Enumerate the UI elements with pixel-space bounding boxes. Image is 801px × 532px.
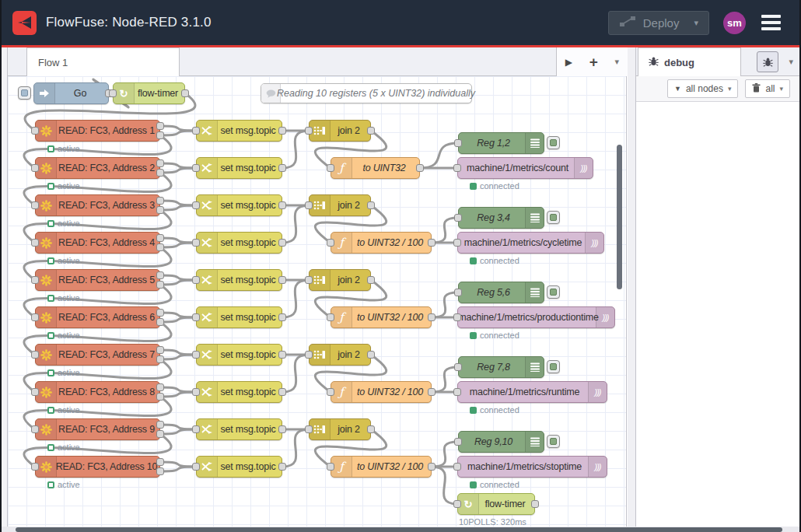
flow-node-timer1[interactable]: ↻flow-timer [113,82,185,104]
flow-node-join3[interactable]: join 2 [309,269,371,291]
wire[interactable] [160,205,196,210]
input-port[interactable] [31,463,39,471]
flow-node-comment[interactable]: Reading 10 registers (5 x UINT32) indivi… [261,83,472,103]
input-port[interactable] [454,438,462,446]
output-port[interactable] [181,89,189,97]
flow-node-read1[interactable]: READ: FC3, Address 1 [35,120,160,142]
flow-node-set8[interactable]: set msg.topic [196,381,282,403]
flow-node-join1[interactable]: join 2 [309,120,371,142]
flow-node-set6[interactable]: set msg.topic [196,306,282,328]
wire[interactable] [282,131,309,168]
input-port[interactable] [31,276,39,284]
input-port[interactable] [453,164,461,172]
input-port[interactable] [31,239,39,247]
output-port[interactable] [416,164,424,172]
output-port-2[interactable] [156,243,164,251]
flow-node-read8[interactable]: READ: FC3, Address 8 [35,381,160,403]
flow-list-chevron-icon[interactable]: ▾ [615,57,620,67]
input-port[interactable] [31,351,39,359]
input-port[interactable] [192,388,200,396]
input-port[interactable] [305,351,313,359]
output-port[interactable] [428,313,435,321]
palette-collapsed-strip[interactable] [2,47,8,527]
debug-filter-button[interactable]: ▼ all nodes ▾ [667,79,739,98]
input-port[interactable] [305,127,313,135]
flow-node-read7[interactable]: READ: FC3, Address 7 [35,344,160,366]
output-port[interactable] [367,425,375,433]
flow-node-read6[interactable]: READ: FC3, Address 6 [35,306,160,328]
output-port[interactable] [278,201,286,209]
wire[interactable] [432,467,457,504]
flow-node-func5[interactable]: ƒto UINT32 / 100 [331,456,432,478]
output-port[interactable] [367,351,375,359]
flow-node-mqtt2[interactable]: )))machine/1/metrics/cycletime [457,232,604,254]
input-port[interactable] [31,313,39,321]
flow-node-set10[interactable]: set msg.topic [196,456,282,478]
flow-canvas[interactable]: Reading 10 registers (5 x UINT32) indivi… [8,76,627,527]
input-port[interactable] [454,289,462,296]
wire[interactable] [282,205,309,243]
output-port[interactable] [278,239,286,247]
input-port[interactable] [109,89,117,97]
debug-toggle-button[interactable] [547,360,560,373]
input-port[interactable] [192,201,200,209]
output-port-1[interactable] [156,234,164,242]
wire[interactable] [282,355,309,392]
input-port[interactable] [454,363,462,371]
add-flow-button[interactable]: + [589,54,598,69]
output-port-1[interactable] [156,458,164,466]
input-port[interactable] [192,425,200,433]
output-port-2[interactable] [156,206,164,214]
wire[interactable] [160,131,196,135]
input-port[interactable] [31,127,39,135]
input-port[interactable] [192,239,200,247]
user-avatar[interactable]: sm [723,12,746,34]
output-port-1[interactable] [156,309,164,317]
wire[interactable] [160,355,196,359]
input-port[interactable] [453,239,461,247]
horizontal-scrollbar-thumb[interactable] [16,527,782,532]
output-port[interactable] [428,388,435,396]
input-port[interactable] [192,164,200,172]
output-port-2[interactable] [156,393,164,401]
flow-node-reg5[interactable]: Reg 9,10 [458,431,544,453]
play-icon[interactable]: ▶ [565,57,572,68]
input-port[interactable] [192,313,200,321]
flow-node-timer2[interactable]: ↻flow-timer [457,493,535,515]
wire[interactable] [160,429,196,434]
output-port[interactable] [278,351,286,359]
output-port-2[interactable] [156,355,164,363]
output-port[interactable] [278,313,286,321]
deploy-options-chevron-icon[interactable]: ▾ [694,18,698,28]
canvas-vertical-scrollbar[interactable] [617,145,622,289]
input-port[interactable] [31,164,39,172]
input-port[interactable] [305,201,313,209]
input-port[interactable] [192,276,200,284]
flow-node-set9[interactable]: set msg.topic [196,418,282,440]
wire[interactable] [160,467,196,471]
flow-node-reg1[interactable]: Reg 1,2 [458,132,544,154]
debug-toggle-button[interactable] [547,211,560,224]
flow-node-reg3[interactable]: Reg 5,6 [458,282,544,303]
flow-node-func1[interactable]: ƒto UINT32 [331,157,420,179]
flow-node-join4[interactable]: join 2 [309,344,371,366]
debug-toggle-button[interactable] [547,136,560,149]
output-port-1[interactable] [156,159,164,167]
wire[interactable] [420,143,458,168]
sidebar-splitter[interactable] [628,47,635,527]
input-port[interactable] [192,127,200,135]
flow-node-reg2[interactable]: Reg 3,4 [458,207,544,229]
output-port[interactable] [428,239,435,247]
wire[interactable] [160,317,196,322]
flow-node-func4[interactable]: ƒto UINT32 / 100 [331,381,432,403]
inject-trigger-button[interactable] [18,86,31,100]
flow-node-read5[interactable]: READ: FC3, Address 5 [35,269,160,291]
input-port[interactable] [31,201,39,209]
output-port[interactable] [278,425,286,433]
input-port[interactable] [305,276,313,284]
output-port[interactable] [531,500,539,508]
wire[interactable] [160,168,196,173]
wire[interactable] [160,280,196,285]
input-port[interactable] [453,388,461,396]
flow-node-func3[interactable]: ƒto UINT32 / 100 [331,306,432,328]
